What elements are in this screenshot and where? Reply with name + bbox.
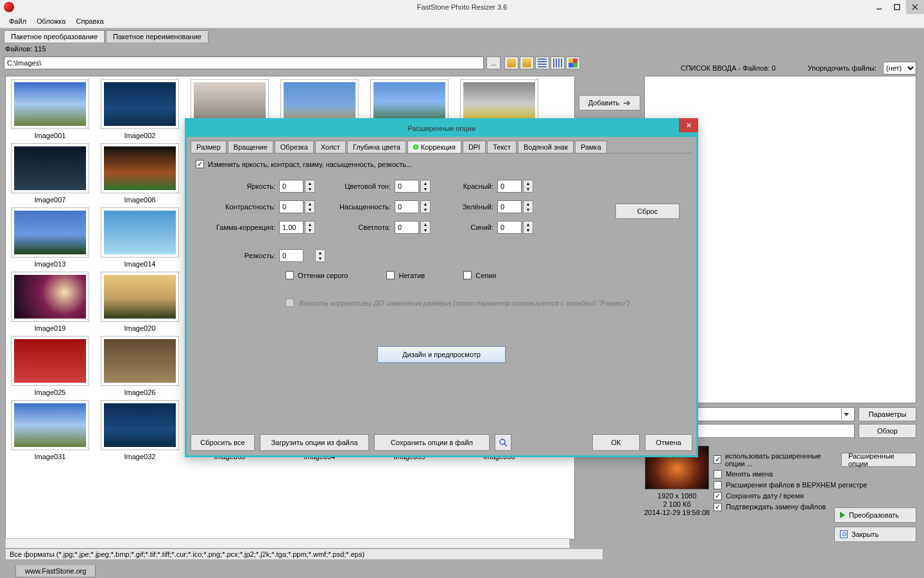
svg-line-5 — [504, 444, 507, 446]
dialog-tab-3[interactable]: Холст — [315, 141, 346, 153]
keep-date-checkbox[interactable] — [714, 492, 722, 500]
gamma-spinner[interactable]: ▲▼ — [305, 221, 315, 234]
dialog-tab-5[interactable]: Коррекция — [407, 141, 461, 153]
design-preview-button[interactable]: Дизайн и предпросмотр — [377, 346, 506, 363]
negative-checkbox[interactable] — [386, 271, 395, 279]
thumb-item[interactable]: Image032 — [98, 400, 182, 460]
saturation-spinner[interactable]: ▲▼ — [420, 200, 431, 213]
red-spinner[interactable]: ▲▼ — [523, 180, 533, 193]
path-input[interactable] — [4, 57, 484, 69]
thumb-item[interactable]: Image026 — [98, 336, 182, 396]
minimize-button[interactable] — [870, 0, 888, 14]
advanced-options-button[interactable]: Расширенные опции — [841, 453, 916, 467]
thumb-label: Image002 — [124, 132, 156, 139]
brightness-input[interactable] — [279, 180, 304, 193]
thumb-item[interactable]: Image014 — [98, 207, 182, 268]
preview-zoom-button[interactable] — [495, 434, 511, 451]
blue-input[interactable] — [497, 221, 522, 234]
gamma-input[interactable] — [279, 221, 304, 234]
sharpness-spinner[interactable]: ▲▼ — [315, 249, 325, 262]
dialog-tab-1[interactable]: Вращение — [228, 141, 273, 153]
preview-info: 1920 x 1080 2 100 Кб 2014-12-29 19:58:08 — [644, 492, 710, 517]
maximize-button[interactable] — [888, 0, 906, 14]
folder-up-icon[interactable] — [504, 57, 518, 69]
view-thumbs-icon[interactable] — [566, 57, 580, 69]
refresh-icon[interactable] — [520, 57, 534, 69]
dialog-tab-8[interactable]: Водяной знак — [518, 141, 574, 153]
menu-help[interactable]: Справка — [72, 16, 107, 26]
brightness-spinner[interactable]: ▲▼ — [305, 180, 315, 193]
dialog-tab-9[interactable]: Рамка — [575, 141, 607, 153]
thumb-item[interactable]: Image007 — [8, 143, 92, 204]
green-spinner[interactable]: ▲▼ — [523, 200, 533, 213]
thumb-item[interactable]: Image019 — [8, 272, 92, 332]
reset-button[interactable]: Сброс — [615, 204, 680, 219]
params-button[interactable]: Параметры — [859, 407, 916, 421]
dialog-close-button[interactable]: ✕ — [679, 118, 698, 132]
menu-skin[interactable]: Обложка — [33, 16, 69, 26]
thumb-h-scrollbar[interactable] — [5, 538, 570, 548]
menu-file[interactable]: Файл — [5, 16, 30, 26]
reset-all-button[interactable]: Сбросить все — [191, 434, 255, 451]
thumb-label: Image025 — [35, 389, 66, 396]
confirm-overwrite-checkbox[interactable] — [714, 503, 722, 511]
cancel-button[interactable]: Отмена — [645, 434, 692, 451]
convert-button[interactable]: Преобразовать — [834, 507, 916, 523]
exit-icon — [840, 530, 848, 538]
advanced-options-dialog: Расширенные опции ✕ РазмерВращениеОбрезк… — [185, 118, 698, 457]
sharpness-input[interactable] — [279, 249, 304, 262]
dialog-tab-6[interactable]: DPI — [463, 141, 486, 153]
close-button[interactable] — [906, 0, 924, 14]
thumb-item[interactable]: Image020 — [98, 272, 182, 332]
thumb-label: Image008 — [124, 196, 156, 204]
input-list-title: СПИСОК ВВОДА - Файлов: 0 — [681, 64, 776, 72]
enable-adjustments-checkbox[interactable] — [196, 160, 204, 168]
files-count-label: Файлов: 115 — [0, 42, 924, 55]
contrast-input[interactable] — [279, 200, 304, 213]
save-options-button[interactable]: Сохранить опции в файл — [374, 434, 490, 451]
lightness-input[interactable] — [395, 221, 419, 234]
play-icon — [840, 512, 845, 518]
close-app-button[interactable]: Закрыть — [834, 527, 916, 542]
thumb-item[interactable]: Image031 — [8, 400, 92, 460]
add-button[interactable]: Добавить➔ — [579, 95, 640, 110]
sort-select[interactable]: (нет) — [883, 62, 916, 74]
dialog-tab-2[interactable]: Обрезка — [275, 141, 314, 153]
dialog-tab-4[interactable]: Глубина цвета — [347, 141, 406, 153]
tab-batch-rename[interactable]: Пакетное переименование — [106, 30, 209, 42]
thumb-label: Image032 — [124, 453, 156, 460]
grayscale-checkbox[interactable] — [286, 271, 294, 279]
thumb-item[interactable]: Image025 — [8, 336, 92, 396]
ok-button[interactable]: ОК — [592, 434, 640, 451]
advanced-options-checkbox[interactable] — [714, 455, 721, 464]
app-icon — [4, 2, 14, 12]
thumb-item[interactable]: Image008 — [98, 143, 182, 204]
saturation-input[interactable] — [395, 200, 419, 213]
green-input[interactable] — [497, 200, 522, 213]
contrast-spinner[interactable]: ▲▼ — [305, 200, 315, 213]
tab-batch-convert[interactable]: Пакетное преобразование — [4, 30, 105, 42]
dialog-tab-7[interactable]: Текст — [487, 141, 517, 153]
dialog-tab-0[interactable]: Размер — [191, 141, 227, 153]
thumb-item[interactable]: Image002 — [98, 79, 182, 139]
thumb-label: Image007 — [35, 196, 66, 204]
dialog-titlebar[interactable]: Расширенные опции ✕ — [187, 120, 696, 137]
load-options-button[interactable]: Загрузить опции из файла — [260, 434, 369, 451]
hue-input[interactable] — [395, 180, 419, 193]
thumb-item[interactable]: Image013 — [8, 207, 92, 268]
rename-checkbox[interactable] — [714, 470, 722, 478]
browse-output-button[interactable]: Обзор — [859, 424, 916, 438]
red-input[interactable] — [497, 180, 522, 193]
website-link[interactable]: www.FastStone.org — [15, 565, 96, 577]
blue-spinner[interactable]: ▲▼ — [523, 221, 533, 234]
view-details-icon[interactable] — [551, 57, 565, 69]
lightness-spinner[interactable]: ▲▼ — [420, 221, 431, 234]
browse-folder-button[interactable]: ... — [486, 57, 501, 69]
hue-spinner[interactable]: ▲▼ — [420, 180, 431, 193]
uppercase-ext-checkbox[interactable] — [714, 481, 722, 489]
view-list-icon[interactable] — [535, 57, 549, 69]
sepia-checkbox[interactable] — [463, 271, 472, 279]
thumb-label: Image001 — [35, 132, 66, 139]
before-resize-checkbox — [286, 299, 294, 307]
thumb-item[interactable]: Image001 — [8, 79, 92, 139]
